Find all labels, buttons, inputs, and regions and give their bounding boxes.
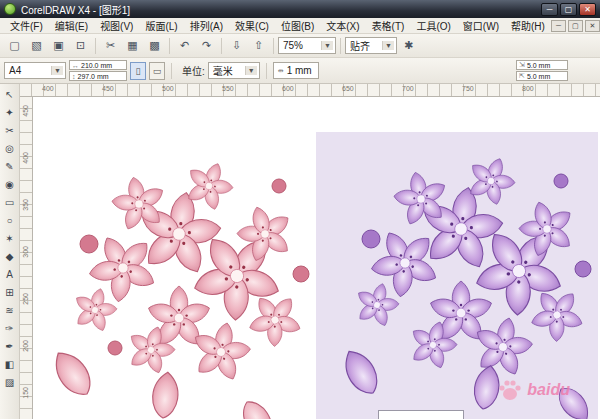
- menu-effects[interactable]: 效果(C): [229, 17, 275, 34]
- standard-toolbar: ▢ ▧ ▣ ⊡ ✂ ▦ ▩ ↶ ↷ ⇩ ⇧ 75% ▼ 贴齐 ▼ ✱: [0, 34, 600, 58]
- copy-icon: ▦: [127, 39, 137, 52]
- save-icon: ▣: [53, 39, 63, 52]
- menu-text[interactable]: 文本(X): [320, 17, 365, 34]
- doc-restore-button[interactable]: ▢: [568, 20, 583, 32]
- menu-arrange[interactable]: 排列(A): [184, 17, 229, 34]
- maximize-button[interactable]: ▢: [560, 3, 577, 16]
- nudge-icon: ⇹: [278, 67, 284, 75]
- redo-button[interactable]: ↷: [196, 36, 217, 56]
- zoom-tool-icon[interactable]: ◎: [1, 140, 19, 157]
- blend-tool-icon[interactable]: ≋: [1, 302, 19, 319]
- text-tool-icon[interactable]: A: [1, 266, 19, 283]
- ruler-label: 400: [22, 152, 29, 164]
- paper-preset-combo[interactable]: A4 ▼: [4, 62, 66, 79]
- menu-view[interactable]: 视图(V): [94, 17, 139, 34]
- nudge-field[interactable]: ⇹ 1 mm: [273, 62, 319, 79]
- paper-width-value: 210.0 mm: [81, 62, 112, 69]
- menu-table[interactable]: 表格(T): [366, 17, 411, 34]
- landscape-button[interactable]: ▭: [149, 62, 165, 80]
- ruler-label: 500: [162, 85, 174, 92]
- duplicate-x-value: 5.0 mm: [527, 62, 550, 69]
- fill-tool-icon[interactable]: ◧: [1, 356, 19, 373]
- menu-tools[interactable]: 工具(O): [410, 17, 456, 34]
- smart-fill-tool-icon[interactable]: ◉: [1, 176, 19, 193]
- menu-file[interactable]: 文件(F): [4, 17, 49, 34]
- print-icon: ⊡: [76, 39, 85, 52]
- menu-bitmaps[interactable]: 位图(B): [275, 17, 320, 34]
- pink-blossom-illustration: [51, 142, 316, 419]
- new-icon: ▢: [9, 39, 19, 52]
- ellipse-tool-icon[interactable]: ○: [1, 212, 19, 229]
- close-button[interactable]: ✕: [579, 3, 596, 16]
- undo-icon: ↶: [180, 39, 189, 52]
- print-button[interactable]: ⊡: [70, 36, 91, 56]
- property-bar: A4 ▼ ↔ 210.0 mm ↕ 297.0 mm ▯ ▭ 单位: 毫米 ▼ …: [0, 58, 600, 84]
- toolbar-separator: [95, 38, 96, 54]
- menu-window[interactable]: 窗口(W): [457, 17, 505, 34]
- doc-minimize-button[interactable]: ─: [551, 20, 566, 32]
- units-combo[interactable]: 毫米 ▼: [208, 62, 260, 79]
- paper-height-value: 297.0 mm: [78, 73, 109, 80]
- outline-tool-icon[interactable]: ✒: [1, 338, 19, 355]
- ruler-label: 200: [22, 340, 29, 352]
- open-button[interactable]: ▧: [26, 36, 47, 56]
- pick-tool-icon[interactable]: ↖: [1, 86, 19, 103]
- toolbar-separator: [169, 38, 170, 54]
- page-border-edge: [378, 410, 464, 419]
- menu-bar: 文件(F) 编辑(E) 视图(V) 版面(L) 排列(A) 效果(C) 位图(B…: [0, 18, 600, 34]
- vertical-ruler[interactable]: 450 400 350 300 250 200 150: [20, 97, 33, 419]
- crop-tool-icon[interactable]: ✂: [1, 122, 19, 139]
- ruler-label: 800: [522, 85, 534, 92]
- menu-edit[interactable]: 编辑(E): [49, 17, 94, 34]
- baidu-paw-icon: [497, 377, 523, 403]
- shape-tool-icon[interactable]: ✦: [1, 104, 19, 121]
- options-button[interactable]: ✱: [398, 36, 419, 56]
- toolbox: ↖ ✦ ✂ ◎ ✎ ◉ ▭ ○ ✶ ◆ A ⊞ ≋ ✑ ✒ ◧ ▨: [0, 84, 20, 419]
- watermark: baidu: [497, 377, 570, 403]
- ruler-label: 600: [282, 85, 294, 92]
- toolbar-separator: [171, 63, 172, 79]
- save-button[interactable]: ▣: [48, 36, 69, 56]
- table-tool-icon[interactable]: ⊞: [1, 284, 19, 301]
- zoom-level-combo[interactable]: 75% ▼: [278, 37, 336, 54]
- toolbar-separator: [340, 38, 341, 54]
- chevron-down-icon: ▼: [245, 66, 257, 75]
- eyedropper-tool-icon[interactable]: ✑: [1, 320, 19, 337]
- basic-shapes-tool-icon[interactable]: ◆: [1, 248, 19, 265]
- cut-button[interactable]: ✂: [100, 36, 121, 56]
- nudge-value: 1 mm: [287, 65, 316, 76]
- duplicate-y-field[interactable]: ⇱ 5.0 mm: [516, 71, 568, 81]
- export-button[interactable]: ⇧: [248, 36, 269, 56]
- minimize-button[interactable]: ─: [541, 3, 558, 16]
- canvas[interactable]: baidu: [33, 97, 600, 419]
- chevron-down-icon: ▼: [321, 41, 333, 50]
- export-icon: ⇧: [254, 39, 263, 52]
- units-value: 毫米: [213, 63, 242, 78]
- open-icon: ▧: [31, 39, 41, 52]
- horizontal-ruler[interactable]: 400 450 500 550 600 650 700 750 800: [20, 84, 600, 97]
- ruler-label: 700: [402, 85, 414, 92]
- snap-to-combo[interactable]: 贴齐 ▼: [345, 37, 397, 54]
- polygon-tool-icon[interactable]: ✶: [1, 230, 19, 247]
- ruler-label: 550: [222, 85, 234, 92]
- undo-button[interactable]: ↶: [174, 36, 195, 56]
- watermark-text: baidu: [527, 381, 570, 399]
- import-button[interactable]: ⇩: [226, 36, 247, 56]
- portrait-button[interactable]: ▯: [130, 62, 146, 80]
- chevron-down-icon: ▼: [51, 66, 63, 75]
- menu-help[interactable]: 帮助(H): [505, 17, 551, 34]
- copy-button[interactable]: ▦: [122, 36, 143, 56]
- paper-height-field[interactable]: ↕ 297.0 mm: [69, 71, 127, 81]
- toolbar-separator: [273, 38, 274, 54]
- menu-layout[interactable]: 版面(L): [139, 17, 183, 34]
- paste-button[interactable]: ▩: [144, 36, 165, 56]
- interactive-fill-tool-icon[interactable]: ▨: [1, 374, 19, 391]
- rectangle-tool-icon[interactable]: ▭: [1, 194, 19, 211]
- freehand-tool-icon[interactable]: ✎: [1, 158, 19, 175]
- doc-close-button[interactable]: ✕: [585, 20, 600, 32]
- title-bar: CorelDRAW X4 - [图形1] ─ ▢ ✕: [0, 0, 600, 18]
- duplicate-x-field[interactable]: ⇲ 5.0 mm: [516, 60, 568, 70]
- ruler-label: 450: [22, 105, 29, 117]
- new-button[interactable]: ▢: [4, 36, 25, 56]
- paper-width-field[interactable]: ↔ 210.0 mm: [69, 60, 127, 70]
